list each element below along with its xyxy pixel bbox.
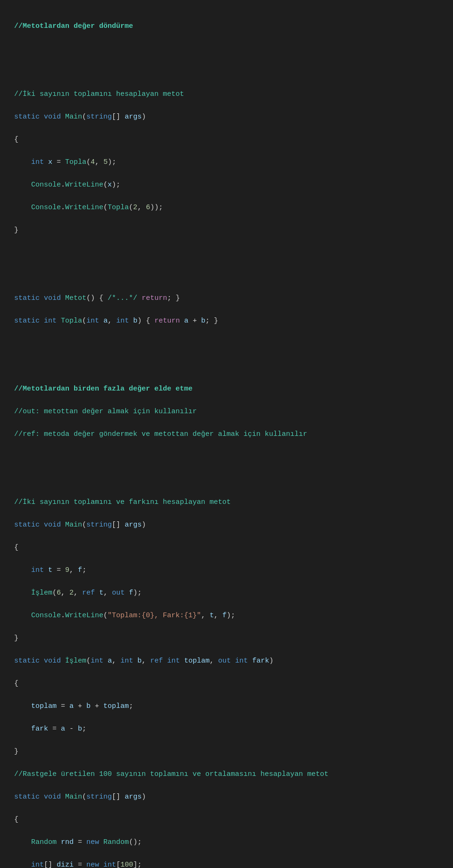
line-36: { (14, 814, 439, 825)
line-8: Console.WriteLine(x); (14, 179, 439, 191)
kw-void-4: void (44, 657, 61, 665)
type-string-2: string (86, 521, 112, 529)
line-20 (14, 451, 439, 463)
line-19: //ref: metoda değer göndermek ve metotta… (14, 429, 439, 440)
kw-return-2: return (154, 317, 180, 325)
line-13: static void Metot() { /*...*/ return; } (14, 293, 439, 304)
method-topla-3: Topla (61, 317, 82, 325)
num-2: 2 (69, 589, 74, 597)
line-3 (14, 66, 439, 77)
num-2: 2 (133, 204, 137, 212)
line-31: toplam = a + b + toplam; (14, 701, 439, 712)
type-int-6: int (91, 657, 103, 665)
type-int-5: int (31, 566, 44, 574)
line-11 (14, 247, 439, 259)
class-random-2: Random (103, 838, 129, 846)
var-fark-1: fark (31, 725, 48, 733)
param-args-2: args (125, 521, 142, 529)
method-writeline-2: WriteLine (65, 204, 103, 212)
line-5: static void Main(string[] args) (14, 111, 439, 123)
line-18: //out: metottan değer almak için kullanı… (14, 406, 439, 417)
comment-2: //İki sayının toplamını hesaplayan metot (14, 90, 184, 98)
kw-ref-2: ref (150, 657, 163, 665)
var-t: t (48, 566, 52, 574)
method-main-1: Main (65, 113, 82, 121)
comment-ellipsis: /*...*/ (108, 294, 137, 302)
var-a-3: a (61, 725, 65, 733)
type-int-8: int (167, 657, 180, 665)
line-30: { (14, 678, 439, 689)
num-6: 6 (146, 204, 150, 212)
var-f: f (78, 566, 82, 574)
method-islem-1: İşlem (31, 589, 52, 597)
param-b-2: b (137, 657, 142, 665)
line-15 (14, 338, 439, 349)
method-writeline-3: WriteLine (65, 612, 103, 620)
param-a-2: a (108, 657, 112, 665)
line-12 (14, 270, 439, 281)
line-23: static void Main(string[] args) (14, 519, 439, 531)
var-f-2: f (129, 589, 133, 597)
num-100: 100 (120, 861, 133, 868)
param-toplam-1: toplam (184, 657, 210, 665)
var-a-1: a (184, 317, 188, 325)
line-21 (14, 474, 439, 485)
method-islem-2: İşlem (65, 657, 86, 665)
kw-static-3: static (14, 317, 40, 325)
class-random: Random (31, 838, 57, 846)
line-10: } (14, 225, 439, 236)
var-b-3: b (78, 725, 82, 733)
line-22: //İki sayının toplamını ve farkını hesap… (14, 497, 439, 508)
kw-out-2: out (218, 657, 231, 665)
comment-1: //Metotlardan değer döndürme (14, 22, 133, 30)
type-int-10: int (31, 861, 44, 868)
var-b-1: b (201, 317, 205, 325)
var-f-3: f (222, 612, 226, 620)
param-fark-1: fark (252, 657, 269, 665)
param-b-1: b (133, 317, 137, 325)
method-main-2: Main (65, 521, 82, 529)
type-string-3: string (86, 793, 112, 801)
line-26: İşlem(6, 2, ref t, out f); (14, 587, 439, 599)
method-writeline-1: WriteLine (65, 181, 103, 189)
line-32: fark = a - b; (14, 723, 439, 735)
kw-ref-1: ref (82, 589, 95, 597)
line-4: //İki sayının toplamını hesaplayan metot (14, 89, 439, 100)
line-35: static void Main(string[] args) (14, 791, 439, 803)
line-17: //Metotlardan birden fazla değer elde et… (14, 383, 439, 395)
line-9: Console.WriteLine(Topla(2, 6)); (14, 202, 439, 213)
var-x-2: x (108, 181, 112, 189)
line-24: { (14, 542, 439, 553)
var-t-3: t (210, 612, 214, 620)
type-int-4: int (116, 317, 129, 325)
type-int-11: int (103, 861, 116, 868)
kw-void-5: void (44, 793, 61, 801)
line-25: int t = 9, f; (14, 565, 439, 576)
line-33: } (14, 746, 439, 757)
kw-void-3: void (44, 521, 61, 529)
kw-new-1: new (86, 838, 99, 846)
code-container: //Metotlardan değer döndürme //İki sayın… (14, 9, 439, 868)
param-args-1: args (125, 113, 142, 121)
comment-4: //out: metottan değer almak için kullanı… (14, 408, 197, 416)
str-1: "Toplam:{0}, Fark:{1}" (108, 612, 201, 620)
line-1: //Metotlardan değer döndürme (14, 21, 439, 32)
kw-static-1: static (14, 113, 40, 121)
comment-5: //ref: metoda değer göndermek ve metotta… (14, 430, 307, 438)
comment-7: //Rastgele üretilen 100 sayının toplamın… (14, 770, 328, 778)
kw-void-2: void (44, 294, 61, 302)
var-b-2: b (86, 702, 91, 710)
line-7: int x = Topla(4, 5); (14, 157, 439, 168)
var-t-2: t (99, 589, 103, 597)
kw-return-1: return (142, 294, 167, 302)
type-int-7: int (120, 657, 133, 665)
var-rnd: rnd (61, 838, 74, 846)
method-topla-1: Topla (65, 158, 86, 166)
line-27: Console.WriteLine("Toplam:{0}, Fark:{1}"… (14, 610, 439, 621)
method-topla-2: Topla (108, 204, 129, 212)
num-4: 4 (91, 158, 95, 166)
var-x: x (48, 158, 52, 166)
line-14: static int Topla(int a, int b) { return … (14, 315, 439, 327)
line-2 (14, 43, 439, 55)
line-37: Random rnd = new Random(); (14, 837, 439, 848)
